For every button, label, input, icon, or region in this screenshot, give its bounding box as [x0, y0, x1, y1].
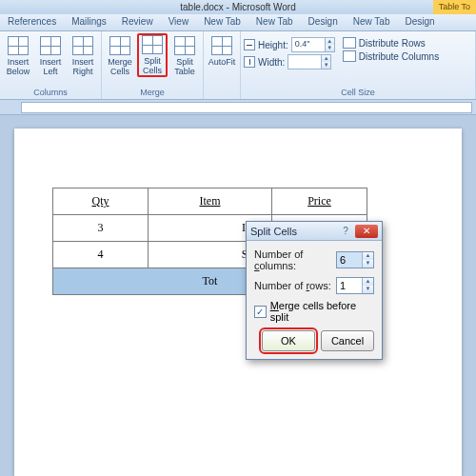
columns-input[interactable]	[337, 252, 362, 268]
split-table-icon	[174, 36, 195, 55]
merge-cells-icon	[109, 36, 130, 55]
tab-references[interactable]: References	[0, 14, 64, 30]
spin-up-icon[interactable]: ▲	[321, 55, 330, 62]
tab-new3[interactable]: New Tab	[346, 14, 398, 30]
dialog-titlebar[interactable]: Split Cells ? ✕	[247, 222, 382, 241]
rows-stepper[interactable]: ▲▼	[336, 277, 374, 294]
columns-label: Number of columns:	[254, 248, 332, 271]
group-label	[207, 87, 237, 99]
header-item[interactable]: Item	[149, 188, 272, 215]
tab-review[interactable]: Review	[114, 14, 161, 30]
split-table-button[interactable]: Split Table	[169, 33, 200, 77]
window-title: table.docx - Microsoft Word	[180, 2, 296, 12]
split-cells-dialog: Split Cells ? ✕ Number of columns: ▲▼ Nu…	[246, 221, 383, 360]
tab-view[interactable]: View	[161, 14, 197, 30]
distribute-columns-button[interactable]: Distribute Columns	[343, 50, 439, 62]
horizontal-ruler[interactable]	[21, 102, 472, 113]
spin-down-icon[interactable]: ▼	[321, 62, 330, 69]
ok-button[interactable]: OK	[262, 330, 315, 351]
height-icon	[244, 39, 255, 50]
spin-down-icon[interactable]: ▼	[362, 260, 373, 268]
insert-left-icon	[40, 36, 61, 55]
close-icon[interactable]: ✕	[355, 225, 378, 238]
tab-mailings[interactable]: Mailings	[64, 14, 114, 30]
columns-stepper[interactable]: ▲▼	[336, 251, 374, 268]
merge-before-checkbox[interactable]: ✓ Merge cells before split	[254, 300, 374, 323]
insert-below-icon	[8, 36, 29, 55]
cancel-button[interactable]: Cancel	[321, 330, 374, 351]
distribute-rows-button[interactable]: Distribute Rows	[343, 37, 439, 49]
group-label: Merge	[105, 87, 200, 99]
tab-new1[interactable]: New Tab	[196, 14, 248, 30]
spin-up-icon[interactable]: ▲	[362, 278, 373, 286]
group-cell-size: Height: 0.4"▲▼ Width: ▲▼ Distribute Rows…	[241, 31, 476, 99]
contextual-tab-label: Table To	[433, 0, 476, 14]
width-label: Width:	[258, 57, 285, 68]
distribute-cols-icon	[343, 50, 356, 62]
height-input[interactable]: 0.4"▲▼	[291, 37, 335, 52]
tab-design1[interactable]: Design	[301, 14, 346, 30]
help-icon[interactable]: ?	[338, 225, 353, 238]
group-merge: Merge Cells Split Cells Split Table Merg…	[102, 31, 204, 99]
width-icon	[244, 56, 255, 68]
table-header-row[interactable]: Qty Item Price	[53, 188, 367, 215]
title-bar: table.docx - Microsoft Word Table To	[0, 0, 476, 14]
width-input[interactable]: ▲▼	[288, 54, 331, 69]
group-autofit: AutoFit	[204, 31, 241, 99]
tab-new2[interactable]: New Tab	[248, 14, 301, 30]
ribbon: Insert Below Insert Left Insert Right Co…	[0, 31, 476, 100]
spin-up-icon[interactable]: ▲	[362, 252, 373, 260]
insert-right-button[interactable]: Insert Right	[68, 33, 98, 77]
insert-left-button[interactable]: Insert Left	[35, 33, 66, 77]
insert-right-icon	[72, 36, 93, 55]
insert-below-button[interactable]: Insert Below	[3, 33, 33, 77]
autofit-button[interactable]: AutoFit	[207, 33, 237, 68]
checkbox-icon: ✓	[254, 306, 267, 318]
rows-label: Number of rows:	[254, 280, 332, 291]
split-cells-icon	[142, 35, 163, 54]
spin-down-icon[interactable]: ▼	[325, 45, 334, 51]
ruler-bar	[0, 100, 476, 115]
rows-input[interactable]	[337, 278, 362, 293]
merge-before-label: Merge cells before split	[270, 300, 374, 323]
split-cells-button[interactable]: Split Cells	[137, 33, 168, 77]
document-area: Qty Item Price 3 Ice cr 4 Sham Tot	[0, 115, 476, 476]
spin-down-icon[interactable]: ▼	[362, 286, 373, 293]
dialog-title: Split Cells	[250, 226, 338, 237]
page[interactable]: Qty Item Price 3 Ice cr 4 Sham Tot	[14, 129, 462, 476]
header-qty[interactable]: Qty	[53, 188, 149, 215]
ribbon-tabs: References Mailings Review View New Tab …	[0, 14, 476, 31]
spin-up-icon[interactable]: ▲	[325, 38, 334, 45]
group-label: Cell Size	[244, 87, 472, 99]
autofit-icon	[211, 36, 232, 55]
height-label: Height:	[258, 40, 288, 50]
merge-cells-button[interactable]: Merge Cells	[105, 33, 135, 77]
distribute-rows-icon	[343, 37, 356, 49]
tab-design2[interactable]: Design	[397, 14, 442, 30]
group-rows-columns: Insert Below Insert Left Insert Right Co…	[0, 31, 102, 99]
header-price[interactable]: Price	[272, 188, 367, 215]
group-label: Columns	[3, 87, 98, 99]
